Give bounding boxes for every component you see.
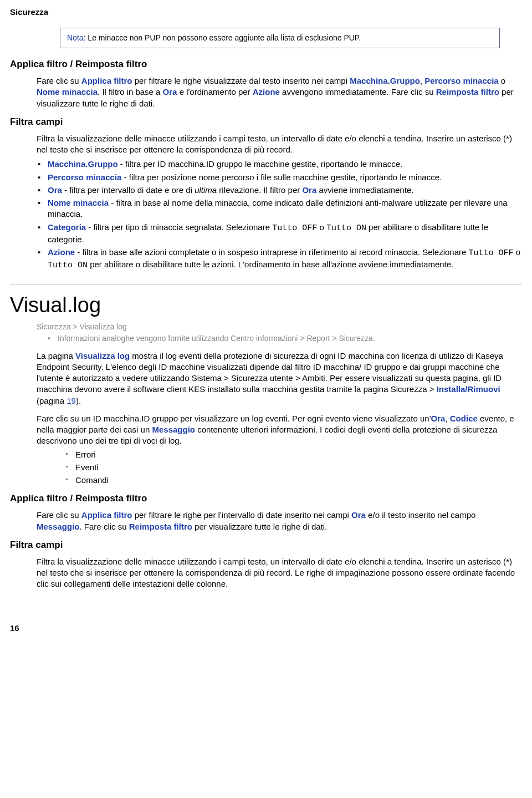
list-item: Errori xyxy=(64,449,522,460)
note-text: Le minacce non PUP non possono essere ag… xyxy=(85,33,361,42)
page-title-visuallog: Visual.log xyxy=(10,291,522,319)
term-messaggio: Messaggio xyxy=(152,425,195,434)
list-item: Categoria - filtra per tipo di minaccia … xyxy=(37,222,522,246)
term-reimposta-filtro-2: Reimposta filtro xyxy=(129,522,192,531)
section-filtra-campi-1-body: Filtra la visualizzazione delle minacce … xyxy=(37,133,522,272)
section-applica-filtro-1: Applica filtro / Reimposta filtro xyxy=(10,58,522,71)
visuallog-body-1: La pagina Visualizza log mostra il log e… xyxy=(37,350,522,406)
term-applica-filtro: Applica filtro xyxy=(81,76,132,85)
list-item: Macchina.Gruppo - filtra per ID macchina… xyxy=(37,159,522,170)
note-label: Nota: xyxy=(67,33,85,42)
list-item: Nome minaccia - filtra in base al nome d… xyxy=(37,197,522,220)
page-ref-19[interactable]: 19 xyxy=(66,396,76,405)
term-applica-filtro-2: Applica filtro xyxy=(81,510,132,520)
breadcrumb: Sicurezza > Visualizza log xyxy=(37,322,522,332)
list-item: Percorso minaccia - filtra per posizione… xyxy=(37,172,522,183)
breadcrumb-sub: Informazioni analoghe vengono fornite ut… xyxy=(48,333,522,344)
list-item: Eventi xyxy=(64,462,522,473)
section-applica-filtro-1-body: Fare clic su Applica filtro per filtrare… xyxy=(37,75,522,109)
term-nome-minaccia: Nome minaccia xyxy=(37,87,98,96)
breadcrumb-sub-item: Informazioni analoghe vengono fornite ut… xyxy=(48,333,522,344)
term-ora-3: Ora xyxy=(351,510,366,520)
term-macchina-gruppo: Macchina.Gruppo xyxy=(350,76,420,85)
section-filtra-campi-2-body: Filtra la visualizzazione delle minacce … xyxy=(37,556,522,590)
term-reimposta-filtro: Reimposta filtro xyxy=(436,87,499,96)
divider xyxy=(10,284,522,284)
term-percorso-minaccia: Percorso minaccia xyxy=(424,76,498,85)
term-ora-2: Ora xyxy=(431,414,446,423)
page-number: 16 xyxy=(10,623,522,634)
note-box: Nota: Le minacce non PUP non possono ess… xyxy=(60,28,500,48)
filtra-intro: Filtra la visualizzazione delle minacce … xyxy=(37,133,522,156)
section-filtra-campi-2: Filtra campi xyxy=(10,539,522,552)
log-types-list: Errori Eventi Comandi xyxy=(64,449,522,486)
term-azione: Azione xyxy=(253,87,280,96)
term-visualizza-log: Visualizza log xyxy=(75,351,130,360)
section-applica-filtro-2-body: Fare clic su Applica filtro per filtrare… xyxy=(37,510,522,532)
filter-list: Macchina.Gruppo - filtra per ID macchina… xyxy=(37,159,522,271)
page-header: Sicurezza xyxy=(10,0,522,28)
section-applica-filtro-2: Applica filtro / Reimposta filtro xyxy=(10,492,522,505)
section-filtra-campi-1: Filtra campi xyxy=(10,116,522,129)
list-item: Azione - filtra in base alle azioni comp… xyxy=(37,247,522,272)
list-item: Comandi xyxy=(64,475,522,486)
visuallog-body-2: Fare clic su un ID macchina.ID gruppo pe… xyxy=(37,413,522,486)
term-installa-rimuovi: Installa/Rimuovi xyxy=(437,384,500,394)
term-ora: Ora xyxy=(163,87,177,96)
term-codice: Codice xyxy=(450,414,478,423)
term-messaggio-2: Messaggio xyxy=(37,522,80,531)
list-item: Ora - filtra per intervallo di date e or… xyxy=(37,185,522,196)
